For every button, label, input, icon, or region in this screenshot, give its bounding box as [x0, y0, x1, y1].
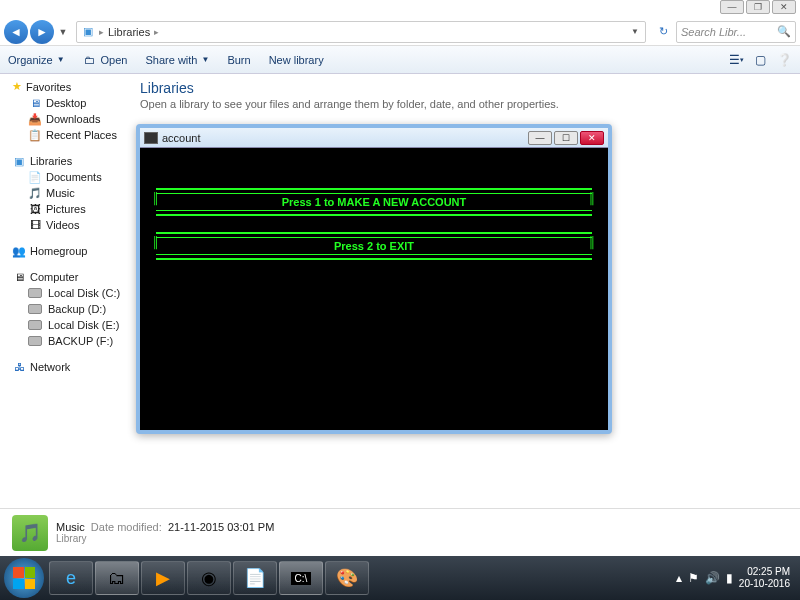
homegroup-item[interactable]: 👥Homegroup: [0, 243, 130, 259]
network-icon: 🖧: [12, 361, 26, 373]
details-modified-label: Date modified:: [91, 521, 162, 533]
close-button[interactable]: ✕: [772, 0, 796, 14]
clock-time: 02:25 PM: [739, 566, 790, 578]
folder-icon: 🗂: [108, 568, 126, 589]
search-placeholder: Search Libr...: [681, 26, 746, 38]
taskbar: e 🗂 ▶ ◉ 📄 C:\ 🎨 ▴ ⚑ 🔊 ▮ 02:25 PM 20-10-2…: [0, 556, 800, 600]
sidebar-item-music[interactable]: 🎵Music: [0, 185, 130, 201]
cmd-icon: [144, 132, 158, 144]
taskbar-cmd[interactable]: C:\: [279, 561, 323, 595]
sidebar-item-documents[interactable]: 📄Documents: [0, 169, 130, 185]
taskbar-paint[interactable]: 🎨: [325, 561, 369, 595]
details-type: Library: [56, 533, 274, 544]
videos-icon: 🎞: [28, 219, 42, 231]
minimize-button[interactable]: —: [720, 0, 744, 14]
taskbar-chrome[interactable]: ◉: [187, 561, 231, 595]
console-titlebar[interactable]: account — ☐ ✕: [140, 128, 608, 148]
network-item[interactable]: 🖧Network: [0, 359, 130, 375]
preview-pane-button[interactable]: ▢: [752, 52, 768, 68]
details-modified: 21-11-2015 03:01 PM: [168, 521, 274, 533]
console-option-1: Press 1 to MAKE A NEW ACCOUNT: [156, 193, 592, 211]
page-subtitle: Open a library to see your files and arr…: [140, 98, 790, 110]
sidebar-item-videos[interactable]: 🎞Videos: [0, 217, 130, 233]
tray-chevron-icon[interactable]: ▴: [676, 571, 682, 585]
details-name: Music: [56, 521, 85, 533]
open-button[interactable]: 🗀Open: [83, 54, 128, 66]
drive-icon: [28, 336, 42, 346]
computer-group[interactable]: 🖥Computer: [0, 269, 130, 285]
recent-icon: 📋: [28, 129, 42, 141]
ie-icon: e: [66, 568, 76, 589]
maximize-button[interactable]: ❐: [746, 0, 770, 14]
address-bar: ◄ ► ▼ ▣ ▸ Libraries ▸ ▼ ↻ Search Libr...…: [0, 18, 800, 46]
sidebar-item-recent[interactable]: 📋Recent Places: [0, 127, 130, 143]
sidebar-item-drive-e[interactable]: Local Disk (E:): [0, 317, 130, 333]
sidebar-item-drive-f[interactable]: BACKUP (F:): [0, 333, 130, 349]
navigation-pane: ★Favorites 🖥Desktop 📥Downloads 📋Recent P…: [0, 74, 130, 508]
sidebar-item-drive-c[interactable]: Local Disk (C:): [0, 285, 130, 301]
star-icon: ★: [12, 80, 22, 93]
volume-icon[interactable]: 🔊: [705, 571, 720, 585]
history-dropdown[interactable]: ▼: [56, 20, 70, 44]
taskbar-ie[interactable]: e: [49, 561, 93, 595]
cmd-icon: C:\: [291, 572, 312, 585]
help-button[interactable]: ❔: [776, 52, 792, 68]
new-library-button[interactable]: New library: [269, 54, 324, 66]
refresh-button[interactable]: ↻: [652, 25, 674, 38]
drive-icon: [28, 288, 42, 298]
console-minimize-button[interactable]: —: [528, 131, 552, 145]
system-tray[interactable]: ▴ ⚑ 🔊 ▮ 02:25 PM 20-10-2016: [676, 566, 796, 590]
favorites-group[interactable]: ★Favorites: [0, 78, 130, 95]
folder-icon: 🗀: [83, 54, 97, 66]
share-menu[interactable]: Share with▼: [145, 54, 209, 66]
organize-menu[interactable]: Organize▼: [8, 54, 65, 66]
taskbar-explorer[interactable]: 🗂: [95, 561, 139, 595]
taskbar-notepad[interactable]: 📄: [233, 561, 277, 595]
breadcrumb[interactable]: ▣ ▸ Libraries ▸ ▼: [76, 21, 646, 43]
breadcrumb-item[interactable]: Libraries: [108, 26, 150, 38]
search-input[interactable]: Search Libr... 🔍: [676, 21, 796, 43]
console-window[interactable]: account — ☐ ✕ Press 1 to MAKE A NEW ACCO…: [136, 124, 612, 434]
media-icon: ▶: [156, 567, 170, 589]
console-body[interactable]: Press 1 to MAKE A NEW ACCOUNT Press 2 to…: [140, 148, 608, 430]
toolbar: Organize▼ 🗀Open Share with▼ Burn New lib…: [0, 46, 800, 74]
paint-icon: 🎨: [336, 567, 358, 589]
drive-icon: [28, 304, 42, 314]
search-icon: 🔍: [777, 25, 791, 38]
view-options-button[interactable]: ☰▾: [728, 52, 744, 68]
desktop-icon: 🖥: [28, 97, 42, 109]
console-option-2: Press 2 to EXIT: [156, 237, 592, 255]
computer-icon: 🖥: [12, 271, 26, 283]
library-icon: ▣: [12, 155, 26, 167]
music-icon: 🎵: [28, 187, 42, 199]
sidebar-item-desktop[interactable]: 🖥Desktop: [0, 95, 130, 111]
sidebar-item-drive-d[interactable]: Backup (D:): [0, 301, 130, 317]
pictures-icon: 🖼: [28, 203, 42, 215]
start-button[interactable]: [4, 558, 44, 598]
documents-icon: 📄: [28, 171, 42, 183]
drive-icon: [28, 320, 42, 330]
sidebar-item-pictures[interactable]: 🖼Pictures: [0, 201, 130, 217]
page-title: Libraries: [140, 80, 790, 96]
flag-icon[interactable]: ⚑: [688, 571, 699, 585]
back-button[interactable]: ◄: [4, 20, 28, 44]
music-library-icon: 🎵: [12, 515, 48, 551]
console-title-text: account: [162, 132, 201, 144]
sidebar-item-downloads[interactable]: 📥Downloads: [0, 111, 130, 127]
console-close-button[interactable]: ✕: [580, 131, 604, 145]
clock[interactable]: 02:25 PM 20-10-2016: [739, 566, 790, 590]
taskbar-media[interactable]: ▶: [141, 561, 185, 595]
homegroup-icon: 👥: [12, 245, 26, 257]
libraries-group[interactable]: ▣Libraries: [0, 153, 130, 169]
downloads-icon: 📥: [28, 113, 42, 125]
network-tray-icon[interactable]: ▮: [726, 571, 733, 585]
console-maximize-button[interactable]: ☐: [554, 131, 578, 145]
library-icon: ▣: [81, 26, 95, 38]
forward-button[interactable]: ►: [30, 20, 54, 44]
clock-date: 20-10-2016: [739, 578, 790, 590]
burn-button[interactable]: Burn: [227, 54, 250, 66]
details-pane: 🎵 Music Date modified: 21-11-2015 03:01 …: [0, 508, 800, 556]
notepad-icon: 📄: [244, 567, 266, 589]
chrome-icon: ◉: [201, 567, 217, 589]
